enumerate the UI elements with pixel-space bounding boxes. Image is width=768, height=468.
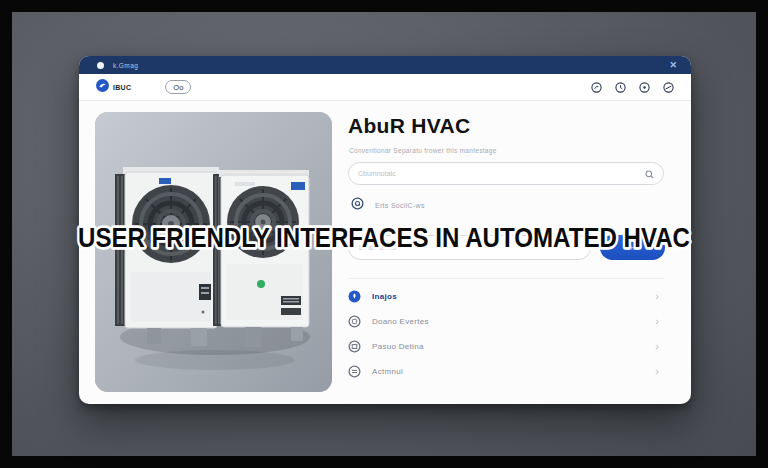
menu-item-2-icon: [348, 315, 361, 328]
toolbar-icon-group: [591, 82, 674, 93]
menu-item-3[interactable]: Pasuo Detina ›: [348, 334, 664, 359]
toolbar: IBUC Oo: [79, 74, 691, 101]
profile-icon[interactable]: [639, 82, 650, 93]
settings-icon[interactable]: [663, 82, 674, 93]
menu-item-4-icon: [348, 365, 361, 378]
menu-item-label: Actmnul: [372, 367, 403, 376]
history-icon[interactable]: [615, 82, 626, 93]
search-input[interactable]: [358, 170, 645, 177]
section-divider: [348, 278, 664, 279]
toolbar-pill-button[interactable]: Oo: [165, 80, 191, 94]
brand-logo-icon: [96, 78, 109, 96]
menu-item-1[interactable]: Inajos ›: [348, 284, 664, 309]
menu-item-label: Pasuo Detina: [372, 342, 424, 351]
chevron-right-icon: ›: [655, 341, 659, 352]
chevron-right-icon: ›: [655, 291, 659, 302]
info-row: Erts SocilC-ws: [351, 196, 425, 214]
page-title: AbuR HVAC: [348, 114, 470, 138]
close-icon[interactable]: ✕: [669, 61, 677, 70]
screenshot-stage: k.Gmag ✕ IBUC Oo: [0, 0, 768, 468]
info-label: Erts SocilC-ws: [375, 202, 425, 209]
product-photo: [95, 112, 332, 392]
window-dot-icon: [97, 62, 104, 69]
brand: IBUC: [96, 78, 131, 96]
window-titlebar: k.Gmag ✕: [79, 56, 691, 74]
menu-item-3-icon: [348, 340, 361, 353]
menu-item-2[interactable]: Doano Evertes ›: [348, 309, 664, 334]
menu-item-1-icon: [348, 290, 361, 303]
submit-button[interactable]: uhd: [600, 235, 665, 260]
page-subtitle: Conventionar Separatu frower this mantes…: [349, 147, 497, 154]
search-icon[interactable]: [645, 165, 654, 183]
chevron-right-icon: ›: [655, 366, 659, 377]
menu-item-label: Inajos: [372, 292, 397, 301]
pill-label: Oo: [173, 83, 183, 92]
app-window: k.Gmag ✕ IBUC Oo: [79, 56, 691, 404]
info-badge-icon: [351, 196, 364, 214]
message-input[interactable]: [348, 235, 591, 260]
menu-list: Inajos › Doano Evertes ›: [348, 284, 664, 384]
window-title: k.Gmag: [113, 62, 138, 69]
brand-name: IBUC: [113, 84, 131, 91]
chevron-right-icon: ›: [655, 316, 659, 327]
menu-item-4[interactable]: Actmnul ›: [348, 359, 664, 384]
search-field: [348, 162, 664, 185]
menu-item-label: Doano Evertes: [372, 317, 429, 326]
notification-icon[interactable]: [591, 82, 602, 93]
